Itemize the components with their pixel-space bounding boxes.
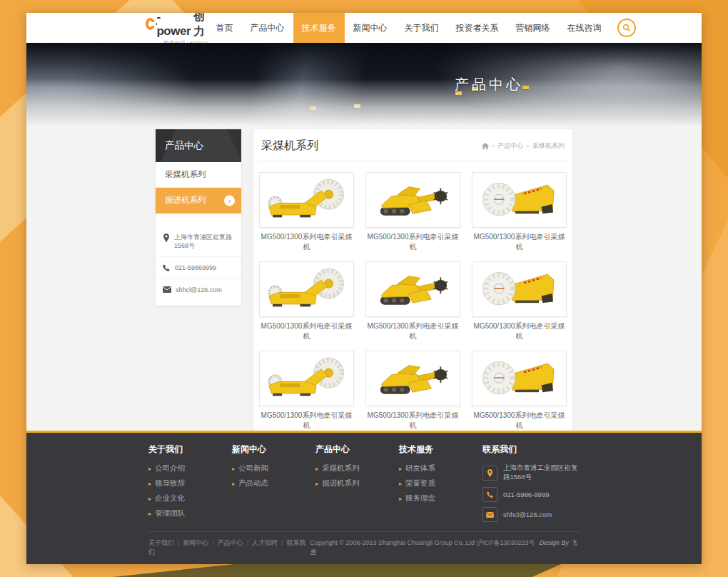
roadheader-machine-image (373, 265, 454, 313)
location-pin-icon (482, 466, 497, 481)
footer-phone: 021-5986-9999 (482, 487, 580, 502)
home-icon[interactable] (482, 143, 489, 149)
breadcrumb-separator: > (526, 143, 530, 149)
bullet-arrow-icon: ▸ (315, 466, 318, 472)
footer-bottom-link[interactable]: 产品中心 (218, 539, 243, 546)
site-footer: 关于我们 ▸公司介绍 ▸领导致辞 ▸企业文化 ▸管理团队 新闻中心 ▸公司新闻 … (26, 431, 702, 564)
nav-item-products[interactable]: 产品中心 (242, 13, 293, 43)
product-card[interactable]: MG500/1300系列电牵引采煤机 (472, 261, 567, 341)
sidebar: 产品中心 采煤机系列 掘进机系列 › (156, 129, 241, 306)
footer-link[interactable]: ▸采煤机系列 (315, 463, 399, 473)
nav-item-tech-service[interactable]: 技术服务 (293, 13, 345, 43)
footer-col-contact: 联系我们 上海市青浦工业园区崧复路1568号 021-5986-9999 (482, 443, 580, 527)
footer-bottom-link[interactable]: 新闻中心 (183, 539, 208, 546)
product-caption: MG500/1300系列电牵引采煤机 (365, 411, 460, 431)
product-caption: MG500/1300系列电牵引采煤机 (365, 321, 460, 341)
email-icon (163, 286, 171, 293)
footer-link[interactable]: ▸荣誉资质 (399, 478, 482, 488)
footer-col-tech: 技术服务 ▸研发体系 ▸荣誉资质 ▸服务理念 (399, 443, 482, 527)
content-area: 产品中心 采煤机系列 掘进机系列 › (26, 129, 702, 431)
footer-email-text: shhcl@126.com (503, 511, 552, 518)
chevron-right-icon: › (224, 195, 235, 206)
footer-col-title: 关于我们 (148, 443, 232, 456)
footer-address: 上海市青浦工业园区崧复路1568号 (482, 463, 580, 482)
product-caption: MG500/1300系列电牵引采煤机 (365, 232, 460, 252)
bullet-arrow-icon: ▸ (399, 466, 402, 472)
product-card[interactable]: MG500/1300系列电牵引采煤机 (472, 351, 567, 431)
breadcrumb-separator: > (492, 143, 495, 149)
shearer-machine-image (266, 265, 348, 313)
roadheader-machine-image (373, 176, 454, 224)
product-card[interactable]: MG500/1300系列电牵引采煤机 (365, 261, 460, 341)
footer-link[interactable]: ▸产品动态 (232, 478, 315, 488)
footer-link[interactable]: ▸服务理念 (399, 493, 482, 503)
sidebar-title: 产品中心 (156, 129, 241, 162)
desktop-background: -power 创力 股票代码 / 603012 首页 产品中心 技术服务 新闻中… (0, 0, 728, 577)
footer-bottom-link[interactable]: 人才招聘 (252, 539, 278, 546)
footer-bottom-bar: 关于我们|新闻中心|产品中心|人才招聘|联系我们 Copyright © 200… (148, 531, 580, 564)
product-card[interactable]: MG500/1300系列电牵引采煤机 (365, 172, 460, 252)
bullet-arrow-icon: ▸ (315, 481, 318, 487)
decorative-dark-band (113, 563, 564, 577)
main-nav: 首页 产品中心 技术服务 新闻中心 关于我们 投资者关系 营销网络 在线咨询 (208, 13, 610, 43)
footer-link[interactable]: ▸掘进机系列 (315, 478, 399, 488)
bullet-arrow-icon: ▸ (148, 496, 151, 502)
footer-link[interactable]: ▸研发体系 (399, 463, 482, 473)
roadheader-machine-image (373, 354, 454, 403)
mine-truck-dot (354, 104, 360, 108)
shearer-machine-image (266, 176, 348, 224)
product-card[interactable]: MG500/1300系列电牵引采煤机 (365, 351, 460, 431)
email-icon (482, 507, 497, 522)
product-card[interactable]: MG500/1300系列电牵引采煤机 (259, 172, 354, 252)
footer-link[interactable]: ▸公司新闻 (232, 463, 315, 473)
nav-item-marketing[interactable]: 营销网络 (507, 13, 559, 43)
bullet-arrow-icon: ▸ (399, 496, 402, 502)
footer-link[interactable]: ▸领导致辞 (148, 478, 232, 488)
breadcrumb-products[interactable]: 产品中心 (497, 141, 523, 151)
disc-machine-image (479, 354, 560, 403)
bullet-arrow-icon: ▸ (148, 481, 151, 487)
bullet-arrow-icon: ▸ (148, 511, 151, 517)
nav-item-online-consult[interactable]: 在线咨询 (559, 13, 610, 43)
footer-link[interactable]: ▸管理团队 (148, 508, 232, 518)
sidebar-email: shhcl@126.com (156, 279, 241, 301)
bullet-arrow-icon: ▸ (232, 466, 235, 472)
search-button[interactable] (617, 19, 636, 37)
brand-logo-icon (146, 18, 155, 30)
nav-item-about[interactable]: 关于我们 (396, 13, 448, 43)
bullet-arrow-icon: ▸ (148, 466, 151, 472)
phone-icon (482, 487, 497, 502)
footer-col-title: 技术服务 (399, 443, 482, 456)
footer-link[interactable]: ▸公司介绍 (148, 463, 232, 473)
product-card[interactable]: MG500/1300系列电牵引采煤机 (472, 172, 567, 252)
footer-address-text: 上海市青浦工业园区崧复路1568号 (503, 463, 580, 482)
footer-bottom-links: 关于我们|新闻中心|产品中心|人才招聘|联系我们 (148, 538, 310, 557)
product-card[interactable]: MG500/1300系列电牵引采煤机 (259, 351, 354, 431)
footer-phone-text: 021-5986-9999 (503, 491, 549, 498)
nav-item-investor[interactable]: 投资者关系 (448, 13, 507, 43)
footer-bottom-link[interactable]: 关于我们 (148, 539, 174, 546)
sidebar-item-label: 掘进机系列 (165, 196, 206, 204)
footer-col-news: 新闻中心 ▸公司新闻 ▸产品动态 (232, 443, 315, 527)
sidebar-phone-text: 021-59869999 (175, 264, 216, 272)
footer-col-title: 联系我们 (482, 443, 580, 456)
page-title: 采煤机系列 (261, 139, 318, 154)
footer-col-about: 关于我们 ▸公司介绍 ▸领导致辞 ▸企业文化 ▸管理团队 (148, 443, 232, 527)
breadcrumb: > 产品中心 > 采煤机系列 (482, 141, 565, 151)
product-grid: MG500/1300系列电牵引采煤机 MG500/1300系列电牵引采煤机 MG… (259, 161, 567, 431)
product-caption: MG500/1300系列电牵引采煤机 (259, 411, 354, 431)
product-card[interactable]: MG500/1300系列电牵引采煤机 (259, 261, 354, 341)
sidebar-address-text: 上海市青浦区崧复路1568号 (174, 233, 234, 250)
nav-item-home[interactable]: 首页 (208, 13, 242, 43)
footer-col-title: 新闻中心 (232, 443, 315, 456)
copyright-text: Copyright © 2006-2013 Shanghai Chuangli … (310, 539, 535, 546)
footer-email: shhcl@126.com (482, 507, 580, 522)
sidebar-item-shearer-series[interactable]: 采煤机系列 (156, 162, 241, 188)
sidebar-item-roadheader-series[interactable]: 掘进机系列 › (156, 188, 241, 214)
nav-item-news[interactable]: 新闻中心 (345, 13, 396, 43)
brand-logo[interactable]: -power 创力 股票代码 / 603012 (146, 13, 208, 43)
footer-link[interactable]: ▸企业文化 (148, 493, 232, 503)
banner-title: 产品中心 (455, 74, 523, 94)
bullet-arrow-icon: ▸ (399, 481, 402, 487)
sidebar-address: 上海市青浦区崧复路1568号 (156, 226, 241, 257)
